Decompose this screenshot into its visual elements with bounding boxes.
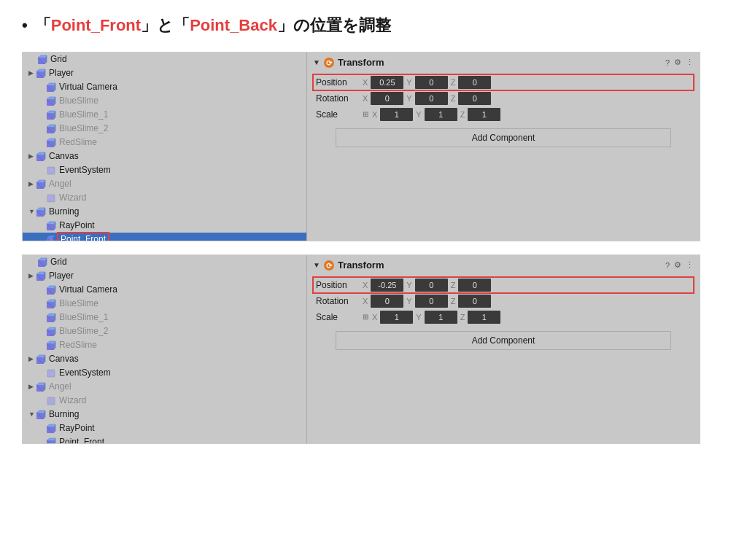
y-axis-label: Y [406,281,411,289]
y-axis-label: Y [406,297,411,306]
tree-item[interactable]: RayPoint [23,421,306,435]
scale-lock-icon[interactable]: ⊞ [363,110,368,118]
tree-item-label: RedSlime [59,137,97,147]
field-label: Scale [316,312,360,322]
tree-item[interactable]: Grid [23,255,306,269]
help-icon[interactable]: ? [665,261,670,270]
cube-icon [37,257,49,267]
tree-item[interactable]: Wizard [23,191,306,205]
tree-item-label: Canvas [49,151,79,161]
object-icon [46,165,58,175]
y-value[interactable]: 0 [415,92,448,105]
tree-item[interactable]: EventSystem [23,366,306,380]
tree-item[interactable]: RayPoint [23,219,306,233]
tree-item[interactable]: Virtual Camera [23,80,306,94]
settings-icon[interactable]: ⚙ [674,260,681,270]
tree-item[interactable]: ▶ Player [23,66,306,80]
bullet: • [22,15,28,37]
y-value[interactable]: 1 [425,311,457,324]
tree-item[interactable]: ▼ Burning [23,205,306,219]
tree-item[interactable]: BlueSlime [23,94,306,108]
tree-item[interactable]: ▶ Canvas [23,149,306,163]
tree-item[interactable]: BlueSlime [23,297,306,311]
svg-rect-46 [47,238,53,241]
tree-arrow: ▶ [28,383,36,390]
hierarchy-pane-2: Grid▶ Player Virtual Camera BlueSlime [23,255,307,443]
tree-item[interactable]: Grid [23,52,306,66]
tree-item-label: BlueSlime_1 [59,312,108,322]
field-label: Rotation [316,296,360,306]
settings-icon[interactable]: ⚙ [674,58,681,67]
svg-rect-32 [47,167,55,174]
inspector-pane-1: ▼ ⟳ Transform ? ⚙ ⋮ Position X 0.25 Y 0 … [307,52,700,241]
transform-header: ▼ ⟳ Transform ? ⚙ ⋮ [313,260,694,271]
tree-arrow: ▶ [28,355,36,362]
tree-arrow: ▶ [28,272,36,279]
tree-item[interactable]: Point_Front [23,233,306,241]
menu-icon[interactable]: ⋮ [686,260,694,270]
x-value[interactable]: 0 [371,295,403,308]
x-axis-label: X [372,313,377,322]
collapse-arrow[interactable]: ▼ [313,261,320,269]
z-axis-label: Z [451,297,456,306]
cube-icon [46,326,58,336]
tree-item[interactable]: ▶ Angel [23,177,306,191]
z-value[interactable]: 0 [458,92,491,105]
transform-icon: ⟳ [323,57,335,69]
tree-item-label: Burning [49,206,79,217]
x-value[interactable]: 0 [371,92,403,105]
tree-item[interactable]: ▼ Burning [23,408,306,421]
tree-item-label: RayPoint [59,220,95,230]
tree-item-label: BlueSlime [59,96,98,106]
y-value[interactable]: 1 [425,108,457,121]
y-value[interactable]: 0 [415,279,448,292]
hierarchy-pane-1: Grid▶ Player Virtual Camera BlueSlime [23,52,307,241]
scale-lock-icon[interactable]: ⊞ [363,313,368,321]
tree-item[interactable]: BlueSlime_1 [23,311,306,324]
tree-item-label: BlueSlime_2 [59,123,108,133]
z-value[interactable]: 0 [458,76,491,89]
transform-row: Rotation X 0 Y 0 Z 0 [313,90,694,106]
tree-item[interactable]: BlueSlime_2 [23,324,306,338]
cube-icon [36,381,47,392]
add-component-button[interactable]: Add Component [336,331,670,350]
menu-icon[interactable]: ⋮ [686,58,694,67]
tree-item[interactable]: RedSlime [23,136,306,149]
z-value[interactable]: 1 [468,311,500,324]
cube-icon [46,234,58,241]
z-axis-label: Z [460,313,465,322]
tree-item[interactable]: Virtual Camera [23,283,306,297]
tree-item-label: Virtual Camera [59,82,117,92]
x-value[interactable]: 0.25 [371,76,403,89]
tree-item-label: Canvas [49,354,79,364]
y-axis-label: Y [406,78,411,87]
tree-item[interactable]: ▶ Player [23,269,306,283]
help-icon[interactable]: ? [665,58,670,67]
z-value[interactable]: 0 [458,279,491,292]
tree-item[interactable]: BlueSlime_1 [23,108,306,122]
tree-item[interactable]: Wizard [23,394,306,408]
tree-item[interactable]: ▶ Canvas [23,352,306,366]
tree-item-label: Player [49,271,74,281]
y-value[interactable]: 0 [415,295,448,308]
transform-table: Position X -0.25 Y 0 Z 0 Rotation X 0 Y … [313,276,694,327]
tree-item-label: RayPoint [59,423,95,433]
tree-item[interactable]: ▶ Angel [23,380,306,394]
y-axis-label: Y [406,94,411,103]
cube-icon [36,68,47,78]
tree-item[interactable]: RedSlime [23,338,306,352]
tree-item[interactable]: BlueSlime_2 [23,122,306,136]
add-component-button[interactable]: Add Component [336,128,670,147]
collapse-arrow[interactable]: ▼ [313,58,320,66]
cube-icon [37,54,49,64]
x-value[interactable]: 1 [380,311,413,324]
x-value[interactable]: 1 [380,108,413,121]
cube-icon [46,423,58,433]
z-value[interactable]: 1 [468,108,500,121]
y-value[interactable]: 0 [415,76,448,89]
title-line: • 「Point_Front」と「Point_Back」の位置を調整 [22,15,725,37]
tree-item[interactable]: Point_Front [23,435,306,443]
tree-item[interactable]: EventSystem [23,163,306,177]
x-value[interactable]: -0.25 [371,279,403,292]
z-value[interactable]: 0 [458,295,491,308]
